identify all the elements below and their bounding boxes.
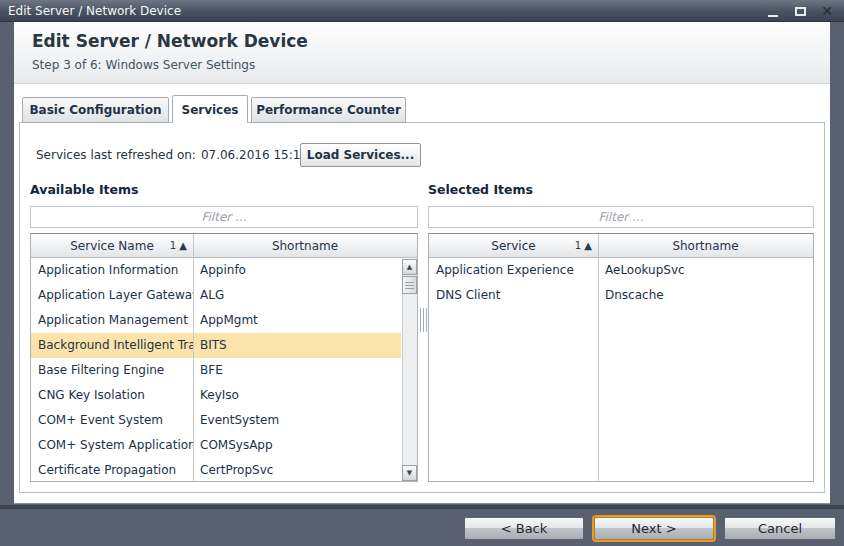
services-refresh-row: Services last refreshed on: 07.06.2016 1… [36,143,308,167]
table-body: Application InformationAppinfoApplicatio… [31,258,401,481]
tab-services[interactable]: Services [172,95,248,123]
table-cell: BITS [193,333,401,358]
wizard-title: Edit Server / Network Device [32,31,308,51]
table-cell: ALG [193,283,401,308]
table-row[interactable]: Certificate PropagationCertPropSvc [31,458,401,481]
table-cell: EventSystem [193,408,401,433]
next-button[interactable]: Next > [594,517,714,540]
column-header-label: Service [491,239,535,253]
table-cell: Dnscache [598,283,813,308]
table-row[interactable]: Background Intelligent Transfer ServiceB… [31,333,401,358]
close-button[interactable]: ✕ [820,2,834,20]
wizard-header: Edit Server / Network Device Step 3 of 6… [14,22,830,84]
wizard-step-subtitle: Step 3 of 6: Windows Server Settings [32,58,255,72]
sort-indicator-icon: 1 ▲ [575,240,592,251]
scroll-up-icon[interactable]: ▲ [402,259,417,275]
column-header-label: Service Name [70,239,154,253]
tab-bar: Basic Configuration Services Performance… [22,95,406,123]
table-row[interactable]: Application ExperienceAeLookupSvc [429,258,813,283]
selected-items-title: Selected Items [428,182,533,197]
table-row[interactable]: CNG Key IsolationKeyIso [31,383,401,408]
column-header-label: Shortname [272,239,338,253]
services-refreshed-timestamp: 07.06.2016 15:13 [201,148,308,162]
back-button[interactable]: < Back [464,517,584,540]
column-header-label: Shortname [672,239,738,253]
cancel-button[interactable]: Cancel [724,517,836,540]
maximize-icon [795,7,806,16]
column-header[interactable]: Service1 ▲ [429,234,598,257]
table-row[interactable]: Application ManagementAppMgmt [31,308,401,333]
table-body: Application ExperienceAeLookupSvcDNS Cli… [429,258,813,481]
footer-bar: < Back Next > Cancel [464,517,836,540]
close-icon: ✕ [821,2,833,20]
table-cell: COMSysApp [193,433,401,458]
table-cell: AppMgmt [193,308,401,333]
table-cell: AeLookupSvc [598,258,813,283]
column-header[interactable]: Shortname [193,234,417,257]
table-row[interactable]: COM+ System ApplicationCOMSysApp [31,433,401,458]
table-cell: DNS Client [429,283,598,308]
table-cell: CertPropSvc [193,458,401,481]
table-cell: COM+ System Application [31,433,193,458]
column-header[interactable]: Shortname [598,234,813,257]
table-row[interactable]: Application InformationAppinfo [31,258,401,283]
available-table-scrollbar[interactable]: ▲ ▼ [402,259,417,481]
table-cell: COM+ Event System [31,408,193,433]
table-cell: BFE [193,358,401,383]
available-items-title: Available Items [30,182,138,197]
tab-performance-counter[interactable]: Performance Counter [251,97,406,123]
table-cell: Certificate Propagation [31,458,193,481]
column-header[interactable]: Service Name1 ▲ [31,234,193,257]
load-services-button[interactable]: Load Services... [300,143,421,167]
selected-filter-input[interactable] [428,206,814,228]
available-items-table: Service Name1 ▲ShortnameApplication Info… [30,233,418,482]
table-cell: Application Information [31,258,193,283]
table-cell: Background Intelligent Transfer Service [31,333,193,358]
scroll-down-icon[interactable]: ▼ [402,465,417,481]
table-cell: Application Layer Gateway Service [31,283,193,308]
column-divider [193,234,194,481]
scrollbar-thumb[interactable] [402,276,417,294]
table-cell: Appinfo [193,258,401,283]
table-cell: CNG Key Isolation [31,383,193,408]
table-header-row: Service1 ▲Shortname [429,234,813,258]
sort-indicator-icon: 1 ▲ [170,240,187,251]
dialog-frame: Edit Server / Network Device Step 3 of 6… [14,22,830,504]
table-cell: Application Experience [429,258,598,283]
table-cell: KeyIso [193,383,401,408]
window-controls: ✕ [766,0,834,22]
table-cell: Base Filtering Engine [31,358,193,383]
selected-items-table: Service1 ▲ShortnameApplication Experienc… [428,233,814,482]
frame-bottom-shadow [0,505,844,509]
minimize-icon [768,15,778,17]
table-row[interactable]: Base Filtering EngineBFE [31,358,401,383]
table-header-row: Service Name1 ▲Shortname [31,234,417,258]
table-row[interactable]: COM+ Event SystemEventSystem [31,408,401,433]
minimize-button[interactable] [766,2,780,20]
available-filter-input[interactable] [30,206,418,228]
table-row[interactable]: Application Layer Gateway ServiceALG [31,283,401,308]
window-title: Edit Server / Network Device [0,4,181,18]
tab-basic-configuration[interactable]: Basic Configuration [22,97,169,123]
column-divider [598,234,599,481]
services-refreshed-label: Services last refreshed on: [36,148,196,162]
maximize-button[interactable] [793,2,807,20]
window-titlebar[interactable]: Edit Server / Network Device ✕ [0,0,844,22]
table-row[interactable]: DNS ClientDnscache [429,283,813,308]
table-cell: Application Management [31,308,193,333]
